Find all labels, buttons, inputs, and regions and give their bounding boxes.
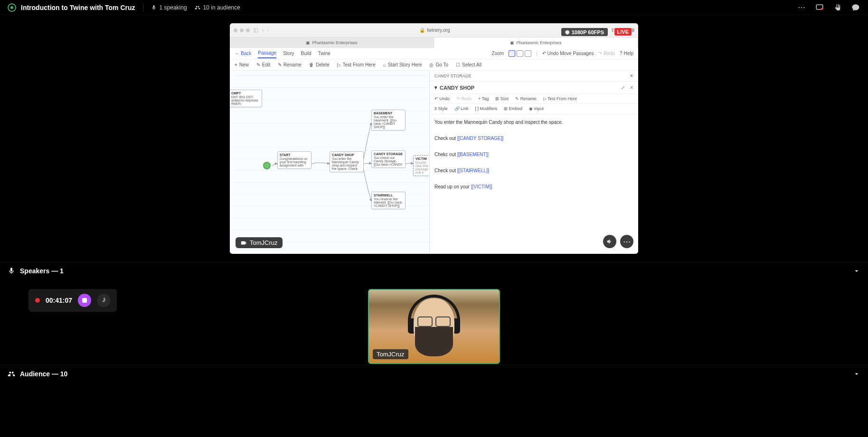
resolution-badge: ◉ 1080P 60FPS xyxy=(561,28,608,36)
tab-passage[interactable]: Passage xyxy=(258,48,276,58)
format-style[interactable]: 𝑺 Style xyxy=(434,106,448,112)
svg-rect-2 xyxy=(254,28,258,32)
zoom-large[interactable] xyxy=(509,50,515,57)
editor-rename[interactable]: ✎ Rename xyxy=(515,96,537,101)
passage-node[interactable]: OMPT ENT: BIG OST: antasmic terprises RN… xyxy=(230,90,262,107)
redo-button[interactable]: ↷ Redo xyxy=(598,51,615,56)
speaker-name: TomJCruz xyxy=(373,349,408,359)
help-button[interactable]: ? Help xyxy=(620,51,633,56)
test-from-here-button[interactable]: ▷ Test From Here xyxy=(337,62,376,67)
url-bar[interactable]: 🔒twinery.org xyxy=(273,28,596,33)
nav-fwd-icon[interactable]: › xyxy=(267,28,269,33)
sidebar-icon[interactable] xyxy=(254,28,258,33)
mic-icon xyxy=(8,267,15,275)
audience-header[interactable]: Audience — 10 xyxy=(0,365,868,382)
passage-node[interactable]: BASEMENT You enter the basement. [[Go ba… xyxy=(371,110,406,130)
speakers-area: 00:41:07 TomJCruz xyxy=(0,279,868,365)
camera-icon xyxy=(240,240,247,246)
presenter-tag: TomJCruz xyxy=(236,237,283,248)
twine-toolbar: + New ✎ Edit ✎ Rename 🗑 Delete ▷ Test Fr… xyxy=(230,59,638,71)
mic-icon xyxy=(151,5,157,10)
format-link[interactable]: 🔗 Link xyxy=(454,106,469,112)
rename-button[interactable]: ✎ Rename xyxy=(278,62,302,67)
editor-undo[interactable]: ↶ Undo xyxy=(434,96,450,101)
recording-time: 00:41:07 xyxy=(46,297,72,304)
close-icon[interactable]: ✕ xyxy=(630,74,633,78)
editor-title: ▾ CANDY SHOP xyxy=(434,84,474,91)
format-modifiers[interactable]: [ ] Modifiers xyxy=(475,106,498,112)
zoom-grid[interactable] xyxy=(517,50,523,57)
start-marker[interactable] xyxy=(263,162,271,169)
browser-tab[interactable]: ▣Phantasmic Enterprises xyxy=(230,37,434,48)
editor-size[interactable]: ⊞ Size xyxy=(495,96,509,101)
more-button[interactable]: ⋯ xyxy=(620,235,633,248)
passage-node[interactable]: STAIRWELL You observe the stairwell. [[G… xyxy=(371,192,406,209)
go-to-button[interactable]: ◎ Go To xyxy=(429,62,448,67)
nav-back-icon[interactable]: ‹ xyxy=(262,28,264,33)
new-button[interactable]: + New xyxy=(235,62,249,67)
format-embed[interactable]: ⊞ Embed xyxy=(504,106,522,112)
editor-text[interactable]: You enter the Mannequin Candy shop and i… xyxy=(430,114,638,195)
passage-node[interactable]: CANDY SHOP You enter the Mannequin Candy… xyxy=(330,151,364,172)
zoom-small[interactable] xyxy=(525,50,531,57)
session-title: Introduction to Twine with Tom Cruz xyxy=(21,4,135,11)
record-dot-icon xyxy=(35,298,40,303)
editor-tag[interactable]: + Tag xyxy=(478,96,489,101)
tab-story[interactable]: Story xyxy=(283,49,294,58)
editor-test[interactable]: ▷ Test From Here xyxy=(543,96,577,101)
recording-indicator: 00:41:07 xyxy=(28,289,117,312)
expand-icon[interactable]: ⤢ xyxy=(621,85,625,90)
mute-button[interactable] xyxy=(97,294,110,307)
more-icon[interactable]: ⋯ xyxy=(797,3,806,12)
zoom-label: Zoom xyxy=(492,51,504,56)
format-input[interactable]: ◉ Input xyxy=(529,106,544,112)
back-button[interactable]: ← Back xyxy=(235,51,251,56)
delete-button[interactable]: 🗑 Delete xyxy=(309,62,330,67)
chevron-down-icon xyxy=(853,370,860,378)
tab-twine[interactable]: Twine xyxy=(318,49,330,58)
stop-recording-button[interactable] xyxy=(78,294,91,307)
twine-tab-bar: ← Back Passage Story Build Twine Zoom | … xyxy=(230,48,638,59)
share-icon[interactable]: ⇪ xyxy=(611,28,614,33)
browser-tab[interactable]: ▣Phantasmic Enterprises xyxy=(434,37,638,48)
live-badge: LIVE xyxy=(614,28,632,36)
editor-redo[interactable]: ↷ Redo xyxy=(456,96,472,101)
raise-hand-icon[interactable] xyxy=(833,3,842,12)
edit-button[interactable]: ✎ Edit xyxy=(256,62,270,67)
divider xyxy=(143,3,143,12)
audience-stat: 10 in audience xyxy=(195,4,240,11)
people-icon xyxy=(195,5,200,10)
monitor-icon[interactable] xyxy=(815,3,824,12)
stage: ‹ › 🔒twinery.org ⟳ ⇪ + ⊞ ▣Phantasmic Ent… xyxy=(0,15,868,262)
top-bar: Introduction to Twine with Tom Cruz 1 sp… xyxy=(0,0,868,15)
chat-icon[interactable] xyxy=(851,3,860,12)
people-icon xyxy=(8,370,15,378)
svg-point-1 xyxy=(821,8,823,10)
start-story-here-button[interactable]: ⌂ Start Story Here xyxy=(383,62,422,67)
speakers-header[interactable]: Speakers — 1 xyxy=(0,262,868,279)
speaker-tile[interactable]: TomJCruz xyxy=(368,289,500,364)
story-canvas[interactable]: OMPT ENT: BIG OST: antasmic terprises RN… xyxy=(230,71,429,253)
broadcast-icon xyxy=(8,3,16,12)
tab-build[interactable]: Build xyxy=(301,49,311,58)
passage-node[interactable]: VICTIM Double-click this passage edit it… xyxy=(413,155,429,176)
editor-crumb: CANDY STORAGE xyxy=(434,74,472,78)
audio-button[interactable] xyxy=(603,235,616,248)
screenshare-frame: ‹ › 🔒twinery.org ⟳ ⇪ + ⊞ ▣Phantasmic Ent… xyxy=(230,23,638,254)
speaking-stat: 1 speaking xyxy=(151,4,187,11)
passage-node[interactable]: START Congratulations on your first haun… xyxy=(277,151,311,169)
undo-move-button[interactable]: ↶ Undo Move Passages xyxy=(542,51,594,56)
passage-node[interactable]: CANDY STORAGE You check out Candy Storag… xyxy=(371,150,406,168)
passage-editor: CANDY STORAGE ✕ ▾ CANDY SHOP ⤢ ✕ ↶ Undo … xyxy=(429,71,638,253)
select-all-button[interactable]: ☐ Select All xyxy=(456,62,481,67)
chevron-down-icon xyxy=(853,267,860,275)
close-icon[interactable]: ✕ xyxy=(630,85,633,90)
